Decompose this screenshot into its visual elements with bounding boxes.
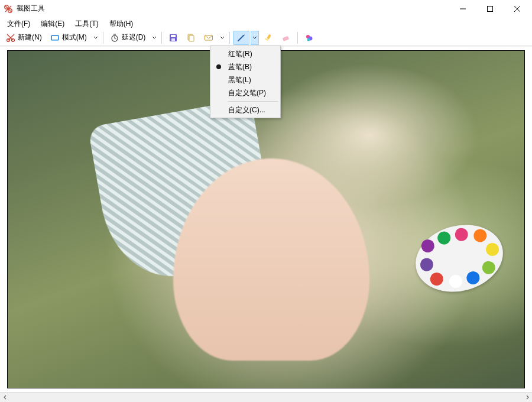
window-title: 截图工具 xyxy=(17,4,449,14)
highlighter-button[interactable] xyxy=(260,31,277,45)
pen-blue-label: 蓝笔(B) xyxy=(228,62,252,72)
eraser-button[interactable] xyxy=(278,31,294,45)
mode-label: 模式(M) xyxy=(62,33,87,43)
edit-paint3d-button[interactable] xyxy=(301,31,317,45)
minimize-button[interactable] xyxy=(449,0,476,18)
scissors-icon xyxy=(6,33,15,43)
menu-edit[interactable]: 编辑(E) xyxy=(36,18,69,30)
delay-dropdown[interactable] xyxy=(150,31,158,45)
svg-line-11 xyxy=(8,34,14,40)
separator xyxy=(297,32,298,44)
svg-line-16 xyxy=(115,38,116,39)
pen-dropdown[interactable] xyxy=(251,31,259,45)
pen-customize-label: 自定义(C)... xyxy=(228,105,265,115)
mode-button[interactable]: 模式(M) xyxy=(47,31,90,45)
svg-line-24 xyxy=(238,35,244,41)
svg-point-31 xyxy=(307,38,310,41)
svg-rect-26 xyxy=(267,34,271,39)
selected-bullet-icon xyxy=(216,64,221,69)
separator xyxy=(229,32,230,44)
svg-rect-19 xyxy=(171,35,176,37)
pen-dropdown-menu: 红笔(R) 蓝笔(B) 黑笔(L) 自定义笔(P) 自定义(C)... xyxy=(210,46,281,118)
copy-icon xyxy=(186,33,196,43)
separator xyxy=(103,32,103,44)
scroll-left-button[interactable] xyxy=(0,393,10,403)
scroll-track[interactable] xyxy=(10,393,522,403)
menu-tools[interactable]: 工具(T) xyxy=(70,18,103,30)
pen-black-label: 黑笔(L) xyxy=(228,75,251,85)
toolbar: 新建(N) 模式(M) 延迟(D) xyxy=(0,30,532,46)
delay-button[interactable]: 延迟(D) xyxy=(106,31,150,45)
pen-button[interactable] xyxy=(233,31,249,45)
mail-icon xyxy=(204,33,213,43)
pen-custom-item[interactable]: 自定义笔(P) xyxy=(212,86,279,99)
new-snip-label: 新建(N) xyxy=(18,33,42,43)
pen-custom-label: 自定义笔(P) xyxy=(228,88,266,98)
pen-icon xyxy=(236,33,246,43)
svg-rect-20 xyxy=(171,38,175,41)
clock-icon xyxy=(110,33,119,43)
title-bar: 截图工具 xyxy=(0,0,532,18)
maximize-button[interactable] xyxy=(476,0,504,18)
pen-red-item[interactable]: 红笔(R) xyxy=(212,47,279,60)
copy-button[interactable] xyxy=(183,31,199,45)
save-icon xyxy=(168,33,178,43)
paint3d-icon xyxy=(304,33,314,43)
pen-black-item[interactable]: 黑笔(L) xyxy=(212,73,279,86)
close-button[interactable] xyxy=(504,0,531,18)
svg-rect-28 xyxy=(283,35,289,41)
app-icon xyxy=(4,4,13,14)
new-snip-button[interactable]: 新建(N) xyxy=(2,31,46,45)
send-button[interactable] xyxy=(200,31,217,45)
mode-icon xyxy=(50,33,60,43)
eraser-icon xyxy=(281,33,291,43)
horizontal-scrollbar[interactable] xyxy=(0,392,532,402)
menu-divider xyxy=(228,101,278,102)
save-button[interactable] xyxy=(165,31,181,45)
menu-help[interactable]: 帮助(H) xyxy=(105,18,138,30)
pen-red-label: 红笔(R) xyxy=(228,49,252,59)
svg-line-10 xyxy=(7,34,13,40)
pen-customize-item[interactable]: 自定义(C)... xyxy=(212,103,279,116)
menu-file[interactable]: 文件(F) xyxy=(2,18,35,30)
send-dropdown[interactable] xyxy=(218,31,226,45)
pen-blue-item[interactable]: 蓝笔(B) xyxy=(212,60,279,73)
svg-rect-22 xyxy=(189,35,194,41)
scroll-right-button[interactable] xyxy=(522,393,532,403)
menu-bar: 文件(F) 编辑(E) 工具(T) 帮助(H) xyxy=(0,18,532,30)
delay-label: 延迟(D) xyxy=(122,33,146,43)
svg-rect-5 xyxy=(488,6,493,11)
separator xyxy=(161,32,162,44)
svg-rect-13 xyxy=(52,36,58,40)
highlighter-icon xyxy=(264,33,273,43)
mode-dropdown[interactable] xyxy=(92,31,100,45)
paint-palette-prop xyxy=(408,216,510,302)
